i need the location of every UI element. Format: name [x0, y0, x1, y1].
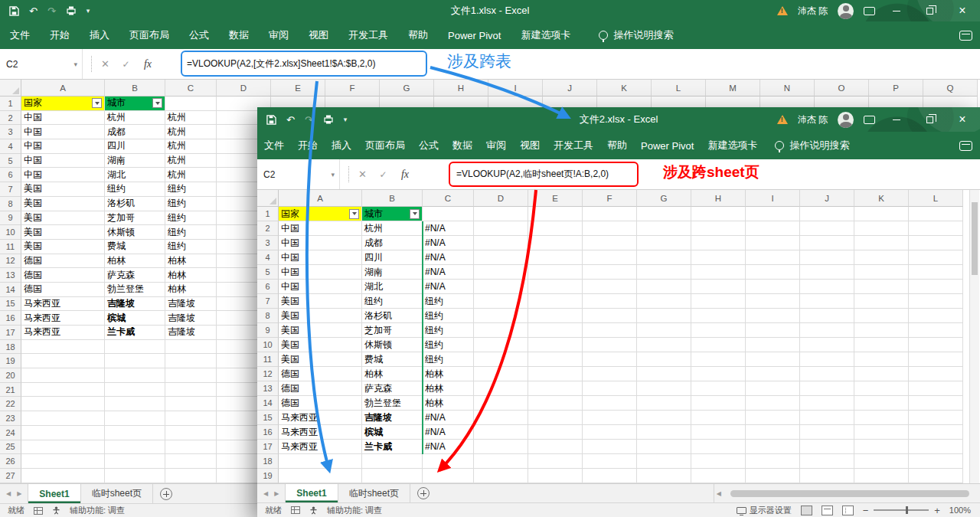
cell-C11[interactable]: 纽约 — [423, 352, 474, 367]
cell-C20[interactable] — [165, 368, 217, 383]
cell-B3[interactable]: 成都 — [105, 125, 165, 139]
cell-A15[interactable]: 马来西亚 — [21, 297, 105, 312]
row-header-8[interactable]: 8 — [257, 309, 279, 323]
column-header-G[interactable]: G — [380, 80, 434, 97]
printer-icon[interactable] — [323, 115, 334, 124]
row-header-25[interactable]: 25 — [0, 440, 21, 455]
sheet-tab-Sheet1[interactable]: Sheet1 — [28, 484, 80, 503]
cell-F6[interactable] — [583, 280, 637, 294]
column-header-L[interactable]: L — [909, 190, 963, 207]
row-header-14[interactable]: 14 — [257, 396, 279, 411]
ribbon-tab-开发工具[interactable]: 开发工具 — [338, 21, 398, 49]
cell-D4[interactable] — [474, 250, 528, 265]
cell-H11[interactable] — [691, 352, 746, 367]
cell-B16[interactable]: 槟城 — [362, 425, 423, 440]
cell-B7[interactable]: 纽约 — [105, 182, 165, 197]
confirm-entry-icon[interactable]: ✓ — [116, 59, 136, 70]
cell-E16[interactable] — [528, 425, 583, 440]
select-all-button[interactable] — [0, 80, 21, 97]
cell-K9[interactable] — [854, 323, 909, 338]
cell-G16[interactable] — [637, 425, 691, 440]
cell-J13[interactable] — [800, 381, 854, 396]
column-header-F[interactable]: F — [583, 190, 637, 207]
cell-D1[interactable] — [474, 207, 528, 221]
cell-F7[interactable] — [583, 294, 637, 309]
ribbon-tab-公式[interactable]: 公式 — [179, 21, 219, 49]
cell-D6[interactable] — [474, 280, 528, 294]
cell-L1[interactable] — [909, 207, 963, 221]
cell-D3[interactable] — [474, 236, 528, 250]
row-header-12[interactable]: 12 — [257, 367, 279, 381]
cell-G15[interactable] — [637, 411, 691, 425]
cell-D5[interactable] — [474, 265, 528, 280]
cell-D9[interactable] — [474, 323, 528, 338]
ribbon-tab-Power Pivot[interactable]: Power Pivot — [438, 21, 511, 49]
minimize-button[interactable] — [885, 11, 908, 11]
row-header-11[interactable]: 11 — [0, 240, 21, 254]
cell-L4[interactable] — [909, 250, 963, 265]
cell-C23[interactable] — [165, 411, 217, 426]
cell-H19[interactable] — [691, 469, 746, 483]
cell-C14[interactable]: 柏林 — [423, 396, 474, 411]
cell-A17[interactable]: 马来西亚 — [21, 326, 105, 340]
cell-L11[interactable] — [909, 352, 963, 367]
cell-A23[interactable] — [21, 411, 105, 426]
row-header-22[interactable]: 22 — [0, 397, 21, 411]
cell-G5[interactable] — [637, 265, 691, 280]
customize-qat-caret-icon[interactable]: ▾ — [344, 116, 348, 123]
ribbon-tab-审阅[interactable]: 审阅 — [259, 21, 299, 49]
cell-I7[interactable] — [746, 294, 800, 309]
cell-B9[interactable]: 芝加哥 — [105, 211, 165, 226]
cell-F18[interactable] — [583, 454, 637, 469]
ribbon-tab-开始[interactable]: 开始 — [40, 21, 80, 49]
cell-E11[interactable] — [528, 352, 583, 367]
cell-G3[interactable] — [637, 236, 691, 250]
cell-F12[interactable] — [583, 367, 637, 381]
cell-C7[interactable]: 纽约 — [423, 294, 474, 309]
ribbon-tab-开始[interactable]: 开始 — [291, 132, 325, 159]
cell-H8[interactable] — [691, 309, 746, 323]
cancel-entry-icon[interactable]: ✕ — [352, 169, 373, 180]
cell-K12[interactable] — [854, 367, 909, 381]
cell-K3[interactable] — [854, 236, 909, 250]
ribbon-tab-文件[interactable]: 文件 — [257, 132, 291, 159]
printer-icon[interactable] — [66, 6, 77, 15]
cell-B4[interactable]: 四川 — [105, 139, 165, 154]
cell-H17[interactable] — [691, 440, 746, 454]
accessibility-label[interactable]: 辅助功能: 调查 — [70, 505, 125, 516]
cell-E9[interactable] — [528, 323, 583, 338]
cell-L7[interactable] — [909, 294, 963, 309]
cell-K1[interactable] — [854, 207, 909, 221]
cell-A15[interactable]: 马来西亚 — [279, 411, 362, 425]
cell-B17[interactable]: 兰卡威 — [105, 326, 165, 340]
cell-K15[interactable] — [854, 411, 909, 425]
cell-C19[interactable] — [423, 469, 474, 483]
cell-A13[interactable]: 德国 — [21, 268, 105, 283]
row-header-4[interactable]: 4 — [0, 139, 21, 154]
cell-H13[interactable] — [691, 381, 746, 396]
zoom-slider[interactable] — [874, 509, 929, 511]
name-box-caret-icon[interactable]: ▾ — [331, 171, 335, 178]
ribbon-tab-新建选项卡[interactable]: 新建选项卡 — [511, 21, 580, 49]
cell-B2[interactable]: 杭州 — [362, 221, 423, 236]
row-header-5[interactable]: 5 — [0, 154, 21, 169]
ribbon-tab-插入[interactable]: 插入 — [325, 132, 358, 159]
row-header-20[interactable]: 20 — [0, 368, 21, 383]
ribbon-display-options-icon[interactable] — [864, 7, 875, 15]
cancel-entry-icon[interactable]: ✕ — [95, 58, 116, 70]
cell-E5[interactable] — [528, 265, 583, 280]
cell-D18[interactable] — [474, 454, 528, 469]
cell-K17[interactable] — [854, 440, 909, 454]
avatar[interactable] — [838, 112, 854, 128]
cell-A13[interactable]: 德国 — [279, 381, 362, 396]
filter-dropdown-icon[interactable] — [410, 209, 420, 219]
cell-A18[interactable] — [279, 454, 362, 469]
cell-C26[interactable] — [165, 454, 217, 469]
insert-function-icon[interactable]: fx — [394, 169, 416, 181]
cell-C3[interactable]: #N/A — [423, 236, 474, 250]
scrollbar-track[interactable] — [727, 489, 974, 498]
cell-H7[interactable] — [691, 294, 746, 309]
cell-B10[interactable]: 休斯顿 — [362, 338, 423, 352]
cell-C18[interactable] — [423, 454, 474, 469]
cell-F1[interactable] — [583, 207, 637, 221]
